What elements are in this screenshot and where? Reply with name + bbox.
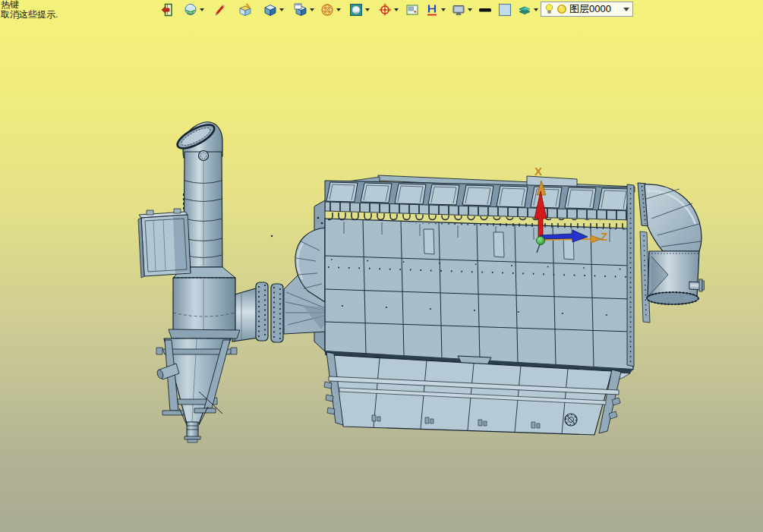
connecting-duct[interactable] bbox=[232, 282, 283, 342]
image-frame-button[interactable] bbox=[405, 2, 420, 17]
image-frame-icon bbox=[405, 3, 419, 17]
baghouse[interactable] bbox=[271, 175, 635, 435]
view-window-button[interactable] bbox=[293, 2, 308, 17]
dropdown-arrow[interactable] bbox=[336, 8, 341, 11]
dimension-button[interactable] bbox=[424, 2, 440, 17]
render-sphere-icon bbox=[349, 3, 363, 17]
exit-door-icon bbox=[160, 3, 174, 17]
background-color-button[interactable] bbox=[497, 2, 512, 17]
dropdown-arrow[interactable] bbox=[394, 8, 399, 11]
layer-select[interactable]: 图层0000 bbox=[541, 2, 633, 17]
dropdown-arrow[interactable] bbox=[441, 8, 446, 11]
red-pen-icon bbox=[213, 3, 227, 17]
rotate-center-button[interactable] bbox=[377, 2, 393, 17]
layers-button[interactable] bbox=[517, 2, 532, 17]
rotate-center-icon bbox=[378, 3, 392, 17]
line-width-icon bbox=[478, 3, 492, 17]
iso-cube-icon bbox=[263, 3, 277, 17]
axis-x-label: X bbox=[534, 165, 542, 178]
toolbar: 图层0000 bbox=[0, 0, 763, 20]
combo-dropdown-arrow[interactable] bbox=[623, 8, 629, 11]
dropdown-arrow[interactable] bbox=[468, 8, 472, 11]
cyclone-separator[interactable] bbox=[138, 120, 240, 442]
line-width-button[interactable] bbox=[478, 2, 493, 17]
display-monitor-button[interactable] bbox=[451, 2, 466, 17]
dimension-icon bbox=[425, 3, 439, 17]
sketch-plane-button[interactable] bbox=[238, 2, 253, 17]
dropdown-arrow[interactable] bbox=[200, 8, 204, 11]
layers-icon bbox=[518, 3, 531, 17]
exit-door-button[interactable] bbox=[159, 2, 175, 17]
layer-name: 图层0000 bbox=[569, 2, 611, 16]
outlet-duct[interactable] bbox=[638, 183, 705, 323]
render-sphere-button[interactable] bbox=[348, 2, 364, 17]
iso-cube-button[interactable] bbox=[263, 2, 278, 17]
shaded-display-icon bbox=[184, 3, 197, 17]
dropdown-arrow[interactable] bbox=[365, 8, 370, 11]
wireframe-sphere-button[interactable] bbox=[320, 2, 335, 17]
dropdown-arrow[interactable] bbox=[534, 8, 538, 11]
sun-icon bbox=[556, 4, 567, 14]
origin-ball bbox=[537, 237, 545, 245]
model-viewport[interactable] bbox=[0, 0, 763, 532]
axis-z-label: Z bbox=[601, 230, 607, 243]
sketch-plane-icon bbox=[238, 3, 252, 17]
dropdown-arrow[interactable] bbox=[279, 8, 284, 11]
view-window-icon bbox=[294, 3, 307, 17]
wireframe-sphere-icon bbox=[320, 3, 334, 17]
bulb-icon bbox=[544, 4, 554, 14]
background-color-icon bbox=[498, 3, 512, 17]
dropdown-arrow[interactable] bbox=[310, 8, 314, 11]
shaded-display-button[interactable] bbox=[183, 2, 198, 17]
display-monitor-icon bbox=[452, 3, 465, 17]
red-pen-button[interactable] bbox=[213, 2, 228, 17]
